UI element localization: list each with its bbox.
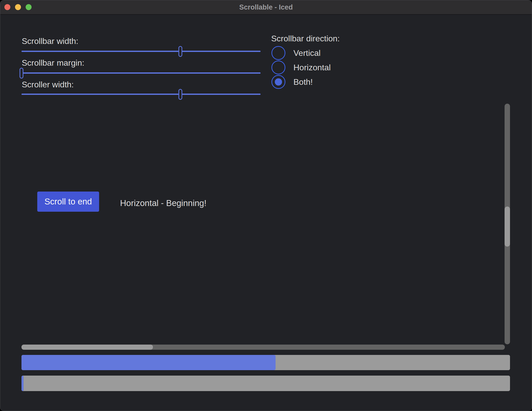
app-window: Scrollable - Iced Scrollbar width: Scrol… [0, 0, 532, 411]
scroller-width-label: Scroller width: [22, 79, 74, 90]
vertical-scrollbar-track[interactable] [505, 104, 510, 344]
radio-circle[interactable] [271, 46, 285, 60]
radio-option-vertical[interactable]: Vertical [271, 46, 321, 60]
radio-option-horizontal[interactable]: Horizontal [271, 60, 331, 74]
scrollbar-margin-label: Scrollbar margin: [22, 58, 84, 68]
horizontal-progress-bar [21, 355, 510, 370]
slider-rail[interactable] [21, 94, 261, 95]
slider-rail[interactable] [21, 72, 261, 74]
radio-circle[interactable] [271, 60, 285, 74]
scrollbar-margin-slider[interactable] [21, 68, 261, 79]
window-title: Scrollable - Iced [0, 0, 532, 14]
scroll-status-text: Horizontal - Beginning! [120, 198, 206, 208]
radio-option-both[interactable]: Both! [271, 75, 313, 89]
progress-fill [21, 355, 276, 370]
progress-fill [21, 376, 24, 391]
scrollbar-width-slider[interactable] [21, 46, 261, 57]
radio-selected-dot [275, 78, 282, 86]
horizontal-scrollbar-thumb[interactable] [21, 345, 153, 350]
slider-handle[interactable] [179, 46, 182, 57]
radio-circle[interactable] [271, 75, 285, 89]
slider-rail[interactable] [21, 51, 261, 52]
horizontal-scrollbar-track[interactable] [21, 345, 505, 350]
radio-label: Both! [293, 77, 313, 87]
radio-label: Vertical [293, 48, 321, 58]
scrollbar-width-label: Scrollbar width: [22, 36, 78, 46]
scrollbar-direction-label: Scrollbar direction: [271, 33, 340, 44]
scroller-width-slider[interactable] [21, 89, 261, 100]
scroll-to-end-button[interactable]: Scroll to end [37, 192, 99, 212]
vertical-scrollbar-thumb[interactable] [505, 207, 510, 247]
vertical-progress-bar [21, 376, 510, 391]
radio-label: Horizontal [293, 63, 331, 72]
slider-handle[interactable] [179, 89, 182, 100]
slider-handle[interactable] [20, 68, 24, 79]
titlebar: Scrollable - Iced [0, 0, 532, 15]
